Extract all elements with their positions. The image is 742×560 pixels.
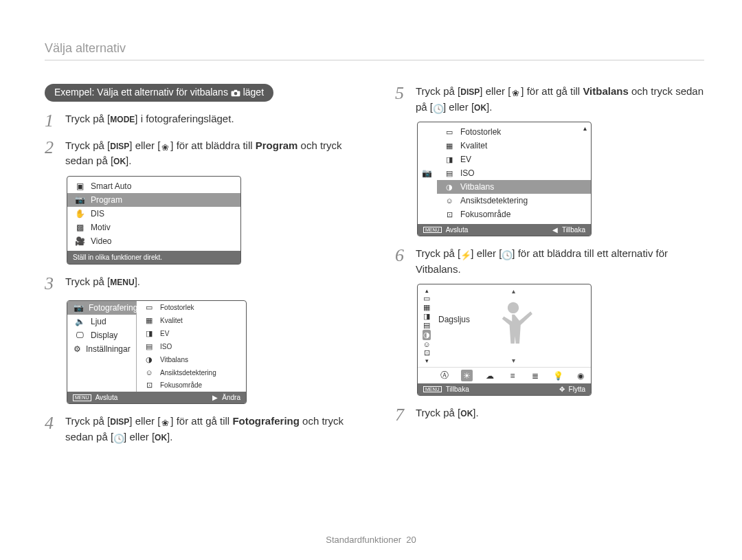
smart-auto-icon: ▣ — [74, 181, 86, 191]
t: Ansiktsdetektering — [160, 369, 216, 377]
t: ]. — [135, 276, 140, 287]
scene-icon: ▩ — [74, 223, 86, 232]
menu-badge-icon: MENU — [423, 227, 442, 234]
t: ] för att gå till — [521, 85, 583, 97]
list-item: ◨EV — [437, 153, 591, 166]
t: Fotostorlek — [460, 127, 501, 137]
t: Avsluta — [95, 394, 118, 401]
camera-icon: 📷 — [422, 168, 432, 178]
step-2: 2 Tryck på [] eller [❀] för att bläddra … — [45, 138, 354, 169]
list-item: ▤ISO — [137, 340, 246, 353]
flash-icon: ⚡ — [460, 250, 471, 260]
status-bar: Ställ in olika funktioner direkt. — [67, 251, 240, 264]
macro-icon: ❀ — [510, 88, 521, 98]
t: Vitbalans — [460, 182, 494, 192]
step1-b: ] i fotograferingsläget. — [135, 113, 234, 124]
triangle-left-icon: ◀ — [552, 226, 558, 234]
cloudy-icon: ☁ — [484, 370, 495, 381]
step-1: 1 Tryck på [] i fotograferingsläget. — [45, 111, 354, 131]
step-number: 1 — [45, 111, 58, 131]
camera-p-icon: P — [231, 88, 240, 99]
step-number: 3 — [45, 274, 58, 294]
t: Vitbalans — [160, 356, 188, 363]
focus-icon: ⊡ — [424, 348, 430, 357]
t: EV — [160, 330, 169, 337]
ok-key-icon — [113, 155, 126, 168]
ev-icon: ◨ — [143, 329, 155, 338]
t: Ändra — [222, 394, 240, 401]
face-icon: ☺ — [143, 368, 155, 377]
list-item: ▭Fotostorlek — [437, 125, 591, 139]
step-number: 7 — [395, 405, 409, 425]
ev-icon: ◨ — [423, 312, 430, 321]
timer-icon: 🕓 — [502, 250, 512, 260]
step1-a: Tryck på [ — [65, 113, 110, 124]
t: DIS — [91, 209, 104, 219]
t: Tillbaka — [562, 226, 585, 234]
list-item: ▭Fotostorlek — [137, 301, 246, 314]
chevron-down-icon: ▾ — [425, 357, 429, 364]
person-silhouette-icon — [482, 295, 544, 357]
list-item: ⊡Fokusområde — [137, 379, 246, 392]
list-item: ▤ISO — [437, 166, 591, 180]
wb-icon: ◑ — [423, 330, 431, 340]
screen-mode-list: ▣Smart Auto 📷Program ✋DIS ▩Motiv 🎥Video … — [67, 176, 241, 265]
wb-icon: ◑ — [143, 355, 155, 364]
t: ]. — [126, 155, 131, 166]
t: EV — [460, 155, 471, 164]
menu-key-icon — [110, 276, 134, 289]
wb-options-strip: Ⓐ ☀ ☁ ≡ ≣ 💡 ◉ — [418, 367, 591, 383]
chevron-down-icon: ▾ — [512, 357, 515, 364]
daylight-icon: ☀ — [461, 370, 473, 381]
display-icon: 🖵 — [74, 331, 86, 340]
t: Fokusområde — [460, 210, 510, 219]
svg-rect-1 — [234, 90, 237, 91]
face-off-icon: ☺ — [423, 340, 430, 348]
disp-key-icon — [110, 140, 129, 153]
left-column: Exempel: Välja ett alternativ för vitbal… — [45, 84, 354, 451]
awb-icon: Ⓐ — [438, 370, 450, 381]
t: Kvalitet — [160, 317, 183, 324]
t: Program — [256, 139, 298, 151]
list-item: ▦Kvalitet — [437, 139, 591, 153]
t: Fotografering — [232, 415, 300, 427]
list-item: 📷Program — [67, 193, 240, 207]
step-number: 2 — [45, 138, 58, 169]
list-item: 🔈Ljud — [67, 315, 136, 328]
t: Ljud — [91, 317, 106, 326]
t: ISO — [460, 168, 475, 178]
pill-text-a: Exempel: Välja ett alternativ för vitbal… — [54, 87, 231, 98]
t: ISO — [160, 343, 172, 350]
t: ] eller [ — [471, 247, 502, 259]
screen-whitebalance: ▴ ▭ ▦ ◨ ▤ ◑ ☺ ⊡ ▾ ▴ Dagsljus — [417, 284, 592, 396]
face-icon: ☺ — [443, 197, 456, 205]
page-footer: Standardfunktioner 20 — [0, 535, 742, 545]
ok-key-icon — [460, 407, 473, 420]
t: Tryck på [ — [416, 85, 460, 97]
fluorescent-h-icon: ≡ — [506, 370, 518, 381]
quality-icon: ▦ — [143, 316, 155, 325]
size-icon: ▭ — [443, 128, 456, 137]
t: ] eller [ — [124, 431, 155, 443]
iso-icon: ▤ — [423, 321, 430, 330]
step-number: 6 — [395, 246, 409, 277]
t: ] för att gå till — [170, 415, 232, 427]
mode-key-icon — [110, 113, 135, 126]
t: Fokusområde — [160, 381, 202, 389]
t: ] eller [ — [480, 85, 510, 97]
t: Tillbaka — [446, 385, 469, 393]
video-icon: 🎥 — [74, 236, 86, 246]
footer-page-number: 20 — [406, 535, 416, 545]
t: Fotografering — [89, 303, 137, 313]
pill-text-b: läget — [243, 87, 264, 98]
page-title: Välja alternativ — [45, 41, 704, 60]
wb-current-label: Dagsljus — [436, 315, 473, 324]
t: Video — [91, 236, 111, 246]
right-column: 5 Tryck på [] eller [❀] för att gå till … — [395, 84, 704, 451]
t: Avsluta — [446, 226, 469, 234]
list-item: ▦Kvalitet — [137, 314, 246, 327]
quality-icon: ▦ — [423, 303, 430, 312]
timer-icon: 🕓 — [433, 104, 443, 114]
ok-key-icon — [474, 102, 486, 114]
t: Display — [91, 331, 117, 340]
